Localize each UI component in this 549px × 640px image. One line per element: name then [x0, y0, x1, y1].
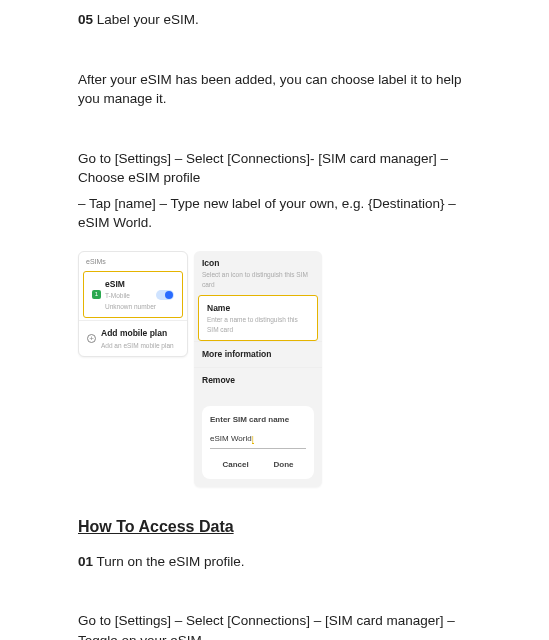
- step-05: 05 Label your eSIM.: [78, 10, 471, 30]
- caret-icon: |: [252, 434, 254, 444]
- step-05-label: Label your eSIM.: [97, 12, 199, 27]
- step-05-num: 05: [78, 12, 93, 27]
- esim-row[interactable]: 1 eSIM T-Mobile Unknown number: [83, 271, 183, 318]
- para-tap-name: – Tap [name] – Type new label of your ow…: [78, 194, 471, 233]
- add-plan-row[interactable]: + Add mobile plan Add an eSIM mobile pla…: [79, 320, 187, 356]
- step-01: 01 Turn on the eSIM profile.: [78, 552, 471, 572]
- esim-title: eSIM: [105, 278, 156, 290]
- icon-row-sub: Select an icon to distinguish this SIM c…: [202, 270, 314, 289]
- para-toggle-esim: Go to [Settings] – Select [Connections] …: [78, 611, 471, 640]
- name-row-title: Name: [207, 302, 309, 314]
- remove-row[interactable]: Remove: [194, 367, 322, 392]
- cancel-button[interactable]: Cancel: [222, 459, 248, 471]
- rename-dialog: Enter SIM card name eSIM World| Cancel D…: [202, 406, 314, 479]
- section-access-data: How To Access Data: [78, 515, 471, 538]
- add-plan-title: Add mobile plan: [101, 327, 174, 339]
- screenshot-label-esim: eSIMs 1 eSIM T-Mobile Unknown number +: [78, 251, 471, 487]
- sim-name-input[interactable]: eSIM World|: [210, 431, 306, 449]
- done-button[interactable]: Done: [274, 459, 294, 471]
- dialog-title: Enter SIM card name: [210, 414, 306, 426]
- more-info-row[interactable]: More information: [194, 341, 322, 366]
- icon-row-title: Icon: [202, 257, 314, 269]
- esim-detail-panel: Icon Select an icon to distinguish this …: [194, 251, 322, 487]
- step-01-label: Turn on the eSIM profile.: [97, 554, 245, 569]
- esim-number: Unknown number: [105, 302, 156, 311]
- name-row[interactable]: Name Enter a name to distinguish this SI…: [198, 295, 318, 341]
- name-row-sub: Enter a name to distinguish this SIM car…: [207, 315, 309, 334]
- esims-header: eSIMs: [79, 252, 187, 269]
- sim-manager-panel: eSIMs 1 eSIM T-Mobile Unknown number +: [78, 251, 188, 357]
- plus-icon: +: [87, 334, 96, 343]
- step-01-num: 01: [78, 554, 93, 569]
- para-after-added: After your eSIM has been added, you can …: [78, 70, 471, 109]
- esim-toggle[interactable]: [156, 290, 174, 300]
- add-plan-sub: Add an eSIM mobile plan: [101, 341, 174, 350]
- para-goto-settings: Go to [Settings] – Select [Connections]-…: [78, 149, 471, 188]
- esim-carrier: T-Mobile: [105, 291, 156, 300]
- sim-indicator-icon: 1: [92, 290, 101, 299]
